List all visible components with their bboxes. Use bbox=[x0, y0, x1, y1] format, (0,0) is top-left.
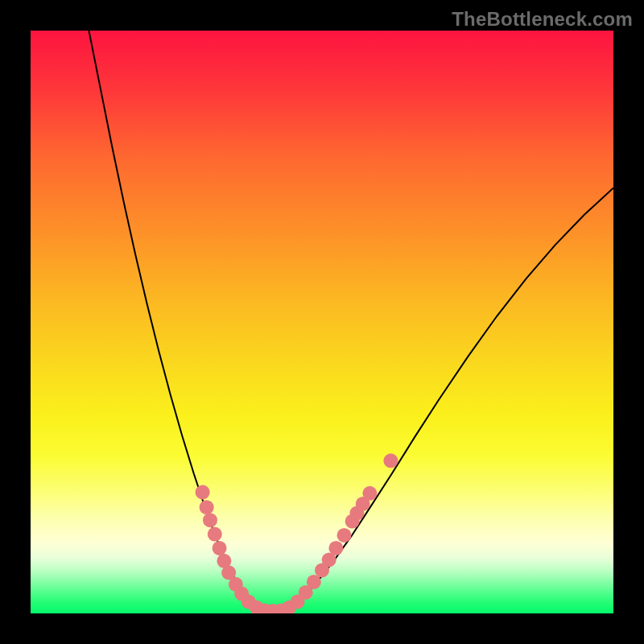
data-dot bbox=[337, 528, 352, 543]
data-dot bbox=[307, 575, 321, 589]
data-dot bbox=[362, 486, 377, 501]
data-dot bbox=[196, 485, 210, 499]
data-dot bbox=[383, 453, 398, 468]
data-dot bbox=[208, 527, 222, 542]
attribution-watermark: TheBottleneck.com bbox=[452, 8, 633, 31]
chart-svg bbox=[31, 31, 613, 613]
data-dot bbox=[328, 541, 343, 555]
data-dot bbox=[200, 500, 214, 514]
data-dot bbox=[203, 513, 217, 527]
data-dot bbox=[213, 541, 227, 555]
data-point-dots bbox=[196, 453, 398, 613]
outer-frame: TheBottleneck.com bbox=[0, 0, 644, 644]
